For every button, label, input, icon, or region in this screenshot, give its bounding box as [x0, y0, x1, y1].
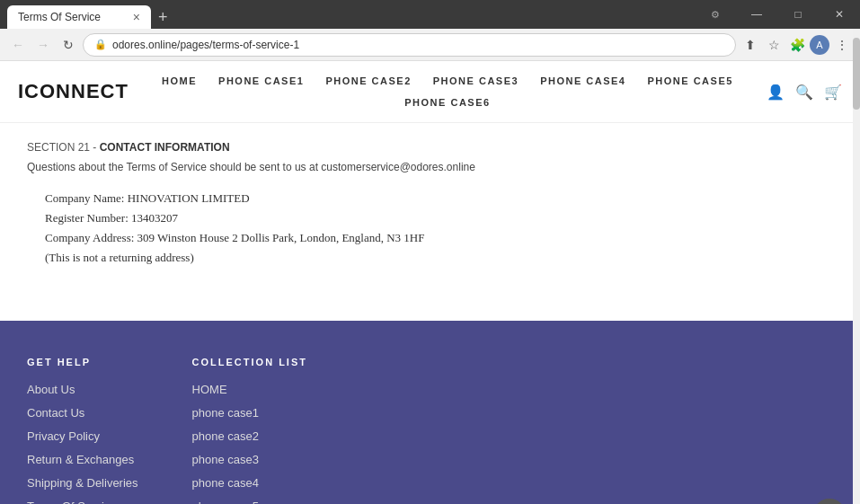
site-footer: GET HELP About Us Contact Us Privacy Pol…	[0, 321, 860, 504]
footer-privacy-policy[interactable]: Privacy Policy	[27, 429, 100, 443]
account-icon[interactable]: 👤	[767, 84, 785, 101]
browser-tab[interactable]: Terms Of Service ×	[7, 5, 151, 29]
nav-icons: 👤 🔍 🛒	[767, 84, 842, 101]
footer-terms[interactable]: Terms Of Service	[27, 500, 117, 504]
nav-phone-case5[interactable]: PHONE CASE5	[636, 70, 743, 92]
footer-columns: GET HELP About Us Contact Us Privacy Pol…	[27, 357, 833, 504]
list-item: Terms Of Service	[27, 499, 138, 504]
list-item: About Us	[27, 382, 138, 396]
nav-links: HOME PHONE CASE1 PHONE CASE2 PHONE CASE3…	[129, 70, 767, 113]
list-item: phone case5	[192, 499, 307, 504]
tab-title: Terms Of Service	[18, 11, 101, 23]
footer-help-title: GET HELP	[27, 357, 138, 367]
footer-col-collection: COLLECTION LIST HOME phone case1 phone c…	[192, 357, 307, 504]
nav-phone-case4[interactable]: PHONE CASE4	[529, 70, 636, 92]
cart-icon[interactable]: 🛒	[824, 84, 842, 101]
footer-phone-case4[interactable]: phone case4	[192, 476, 259, 490]
section-description: Questions about the Terms of Service sho…	[27, 161, 833, 173]
share-button[interactable]: ⬆	[740, 34, 761, 56]
register-number: Register Number: 13403207	[45, 211, 833, 225]
footer-phone-case1[interactable]: phone case1	[192, 406, 259, 420]
footer-collection-links: HOME phone case1 phone case2 phone case3…	[192, 382, 307, 504]
footer-about-us[interactable]: About Us	[27, 383, 75, 396]
bookmark-button[interactable]: ☆	[763, 34, 785, 56]
site-logo[interactable]: ICONNECT	[18, 80, 129, 103]
footer-help-links: About Us Contact Us Privacy Policy Retur…	[27, 382, 138, 504]
new-tab-button[interactable]: +	[151, 8, 175, 27]
scrollbar-thumb[interactable]	[853, 38, 860, 110]
address-text: odores.online/pages/terms-of-service-1	[112, 39, 724, 51]
footer-shipping[interactable]: Shipping & Deliveries	[27, 476, 138, 490]
search-icon[interactable]: 🔍	[795, 84, 813, 101]
footer-col-help: GET HELP About Us Contact Us Privacy Pol…	[27, 357, 138, 504]
footer-phone-case5[interactable]: phone case5	[192, 500, 259, 504]
window-minimize-button[interactable]: —	[736, 0, 777, 29]
section-title: CONTACT INFORMATION	[100, 141, 230, 154]
window-controls: ⚙ — □ ✕	[695, 0, 860, 29]
footer-phone-case2[interactable]: phone case2	[192, 429, 259, 443]
scrollbar-track	[853, 29, 860, 504]
section-label: SECTION 21 - CONTACT INFORMATION	[27, 141, 833, 154]
menu-button[interactable]: ⋮	[831, 34, 853, 56]
lock-icon: 🔒	[94, 39, 107, 50]
list-item: phone case3	[192, 452, 307, 466]
nav-phone-case3[interactable]: PHONE CASE3	[422, 70, 529, 92]
list-item: Contact Us	[27, 405, 138, 420]
tab-close-button[interactable]: ×	[133, 10, 140, 24]
list-item: Return & Exchanges	[27, 452, 138, 466]
forward-button[interactable]: →	[32, 34, 54, 56]
nav-phone-case1[interactable]: PHONE CASE1	[208, 70, 315, 92]
footer-collection-title: COLLECTION LIST	[192, 357, 307, 367]
back-button[interactable]: ←	[7, 34, 29, 56]
list-item: phone case2	[192, 429, 307, 443]
nav-phone-case2[interactable]: PHONE CASE2	[315, 70, 421, 92]
list-item: Privacy Policy	[27, 429, 138, 443]
window-close-button[interactable]: ✕	[819, 0, 860, 29]
company-name: Company Name: HINOVATION LIMITED	[45, 191, 833, 206]
contact-info: Company Name: HINOVATION LIMITED Registe…	[45, 191, 833, 265]
nav-home[interactable]: HOME	[151, 70, 208, 92]
main-content: SECTION 21 - CONTACT INFORMATION Questio…	[0, 123, 860, 321]
window-settings-icon[interactable]: ⚙	[695, 0, 736, 29]
address-bar[interactable]: 🔒 odores.online/pages/terms-of-service-1	[83, 33, 736, 57]
reload-button[interactable]: ↻	[58, 34, 79, 56]
footer-home[interactable]: HOME	[192, 383, 227, 396]
site-navigation: ICONNECT HOME PHONE CASE1 PHONE CASE2 PH…	[0, 61, 860, 123]
list-item: phone case4	[192, 475, 307, 490]
extensions-button[interactable]: 🧩	[786, 34, 808, 56]
company-address: Company Address: 309 Winston House 2 Dol…	[45, 231, 833, 245]
window-maximize-button[interactable]: □	[777, 0, 819, 29]
address-note: (This is not a returning address)	[45, 251, 833, 265]
footer-phone-case3[interactable]: phone case3	[192, 453, 259, 466]
list-item: Shipping & Deliveries	[27, 475, 138, 490]
footer-contact-us[interactable]: Contact Us	[27, 406, 84, 420]
nav-phone-case6[interactable]: PHONE CASE6	[394, 92, 501, 113]
list-item: HOME	[192, 382, 307, 396]
profile-button[interactable]: A	[810, 35, 829, 55]
footer-return-exchanges[interactable]: Return & Exchanges	[27, 453, 134, 466]
list-item: phone case1	[192, 405, 307, 420]
